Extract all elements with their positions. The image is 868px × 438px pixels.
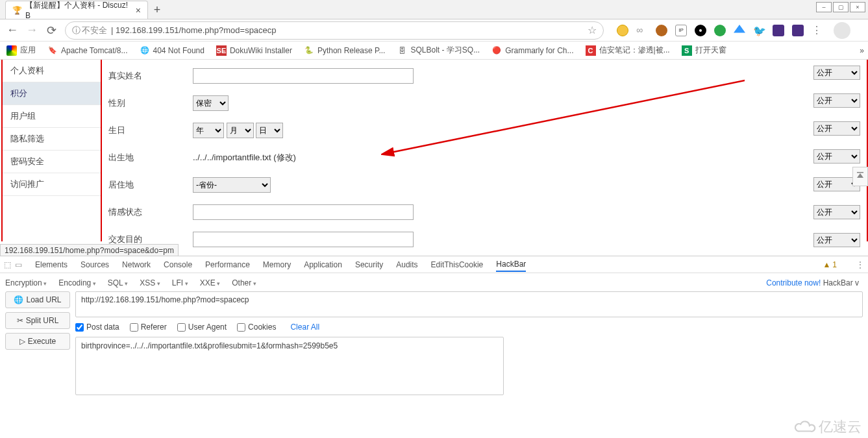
- sidebar-item-usergroup[interactable]: 用户组: [3, 105, 101, 128]
- ext-icon[interactable]: [656, 25, 667, 36]
- hackbar-brand: HackBar v: [823, 278, 859, 287]
- ext-icon[interactable]: [734, 25, 745, 36]
- input-realname[interactable]: [193, 68, 414, 84]
- bookmark-icon: 🗄: [397, 45, 407, 56]
- warning-badge[interactable]: ▲1: [823, 260, 837, 269]
- devtools-menu-icon[interactable]: ⋮: [856, 260, 864, 269]
- modify-link[interactable]: (修改): [273, 152, 296, 162]
- input-emotion[interactable]: [193, 204, 414, 220]
- visibility-select[interactable]: 公开: [813, 233, 860, 247]
- select-month[interactable]: 月: [227, 123, 254, 138]
- status-bar-link: 192.168.199.151/home.php?mod=space&do=pm: [0, 244, 179, 257]
- ext-icon[interactable]: [773, 25, 784, 36]
- close-button[interactable]: ×: [850, 2, 865, 12]
- devtools-tab-hackbar[interactable]: HackBar: [496, 258, 526, 272]
- select-gender[interactable]: 保密: [193, 95, 229, 111]
- bookmark-item[interactable]: SEDokuWiki Installer: [214, 44, 295, 57]
- hackbar-url-input[interactable]: http://192.168.199.151/home.php?mod=spac…: [75, 291, 863, 317]
- visibility-select[interactable]: 公开: [813, 121, 860, 136]
- bookmark-item[interactable]: C信安笔记：渗透|被...: [583, 43, 673, 57]
- ext-icon[interactable]: [695, 25, 706, 36]
- cookies-checkbox[interactable]: Cookies: [237, 322, 276, 332]
- profile-form: 真实姓名 性别保密 生日 年 月 日 出生地../../../important…: [102, 60, 868, 241]
- visibility-select[interactable]: 公开: [813, 66, 860, 80]
- scissors-icon: ✂: [17, 316, 23, 325]
- post-data-textarea[interactable]: [75, 337, 504, 395]
- devtools-tab-editcookie[interactable]: EditThisCookie: [431, 258, 484, 271]
- toolbar-menu-icon[interactable]: ⋮: [812, 24, 822, 36]
- clear-all-link[interactable]: Clear All: [290, 322, 319, 332]
- hb-menu-other[interactable]: Other: [232, 278, 256, 287]
- hb-menu-xss[interactable]: XSS: [140, 278, 160, 287]
- browser-tab[interactable]: 🏆 【新提醒】个人资料 - Discuz! B ×: [5, 1, 148, 19]
- devtools-tab-audits[interactable]: Audits: [396, 258, 417, 271]
- profile-avatar[interactable]: [834, 22, 850, 39]
- new-tab-button[interactable]: +: [148, 1, 166, 19]
- devtools-tab-memory[interactable]: Memory: [263, 258, 291, 271]
- sidebar-item-credits[interactable]: 积分: [3, 82, 101, 105]
- select-day[interactable]: 日: [256, 123, 283, 138]
- minimize-button[interactable]: –: [816, 2, 832, 12]
- window-controls: – ▢ ×: [816, 2, 865, 12]
- bookmark-icon: SE: [216, 45, 227, 56]
- maximize-button[interactable]: ▢: [833, 2, 849, 12]
- bookmark-star-icon[interactable]: ☆: [588, 24, 597, 36]
- select-year[interactable]: 年: [193, 123, 224, 138]
- bookmark-item[interactable]: 🔴Grammarly for Ch...: [489, 44, 576, 57]
- hb-menu-encoding[interactable]: Encoding: [58, 278, 96, 287]
- input-purpose[interactable]: [193, 232, 414, 247]
- hb-menu-xxe[interactable]: XXE: [200, 278, 221, 287]
- ext-icon[interactable]: ∞: [636, 25, 648, 36]
- svg-rect-1: [857, 172, 863, 173]
- ext-icon[interactable]: 🐦: [753, 25, 765, 36]
- bookmark-item[interactable]: 🗄SQLBolt - 学习SQ...: [394, 43, 482, 57]
- load-url-button[interactable]: 🌐Load URL: [5, 291, 70, 308]
- contribute-link[interactable]: Contribute now!: [766, 278, 821, 287]
- label-birthday: 生日: [108, 125, 193, 136]
- tab-close-icon[interactable]: ×: [136, 5, 141, 16]
- bookmark-item[interactable]: S打开天窗: [679, 43, 729, 57]
- devtools-tab-network[interactable]: Network: [122, 258, 151, 271]
- bookmark-item[interactable]: 🐍Python Release P...: [301, 44, 388, 57]
- back-button[interactable]: ←: [6, 25, 18, 36]
- device-toggle-icon[interactable]: ▭: [15, 260, 22, 269]
- forward-button[interactable]: →: [26, 25, 38, 36]
- apps-icon: [6, 45, 17, 56]
- sidebar-item-privacy[interactable]: 隐私筛选: [3, 128, 101, 151]
- ext-icon[interactable]: [792, 25, 804, 36]
- post-data-checkbox[interactable]: Post data: [75, 322, 119, 332]
- referer-checkbox[interactable]: Referer: [130, 322, 167, 332]
- devtools-tab-performance[interactable]: Performance: [205, 258, 250, 271]
- sidebar-item-promotion[interactable]: 访问推广: [3, 173, 101, 196]
- bookmark-item[interactable]: 🔖Apache Tomcat/8...: [45, 44, 130, 57]
- devtools-tab-security[interactable]: Security: [355, 258, 383, 271]
- bookmark-item[interactable]: 🌐404 Not Found: [137, 44, 207, 57]
- devtools-tab-console[interactable]: Console: [164, 258, 192, 271]
- hackbar-panel: Encryption Encoding SQL XSS LFI XXE Othe…: [0, 273, 868, 401]
- browser-tab-bar: 🏆 【新提醒】个人资料 - Discuz! B × + – ▢ ×: [0, 0, 868, 19]
- ext-icon[interactable]: IP: [675, 25, 687, 36]
- execute-button[interactable]: ▷Execute: [5, 333, 70, 350]
- tab-favicon: 🏆: [12, 6, 21, 15]
- hb-menu-lfi[interactable]: LFI: [172, 278, 188, 287]
- hb-menu-encryption[interactable]: Encryption: [5, 278, 47, 287]
- visibility-select[interactable]: 公开: [813, 93, 860, 108]
- select-province[interactable]: -省份-: [193, 177, 271, 193]
- inspect-icon[interactable]: ⬚: [4, 260, 11, 269]
- devtools-tab-elements[interactable]: Elements: [35, 258, 68, 271]
- ext-icon[interactable]: [714, 25, 726, 36]
- ext-icon[interactable]: [617, 25, 628, 36]
- visibility-select[interactable]: 公开: [813, 149, 860, 164]
- visibility-select[interactable]: 公开: [813, 205, 860, 219]
- sidebar-item-password[interactable]: 密码安全: [3, 151, 101, 173]
- bookmarks-overflow-icon[interactable]: »: [860, 46, 864, 55]
- devtools-tab-application[interactable]: Application: [304, 258, 342, 271]
- scroll-top-button[interactable]: [852, 167, 868, 186]
- split-url-button[interactable]: ✂Split URL: [5, 312, 70, 329]
- apps-button[interactable]: 应用: [4, 43, 38, 57]
- hb-menu-sql[interactable]: SQL: [108, 278, 129, 287]
- devtools-tab-sources[interactable]: Sources: [81, 258, 109, 271]
- reload-button[interactable]: ⟳: [45, 25, 57, 36]
- url-bar[interactable]: ⓘ 不安全 | 192.168.199.151/home.php?mod=spa…: [65, 21, 604, 40]
- useragent-checkbox[interactable]: User Agent: [177, 322, 227, 332]
